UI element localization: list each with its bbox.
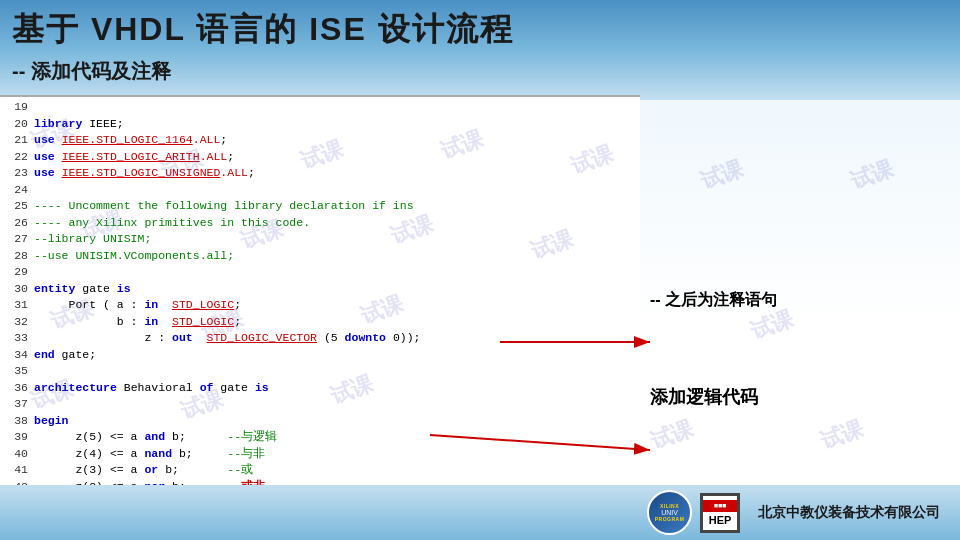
logic-annotation: 添加逻辑代码 (650, 385, 758, 409)
line-number: 20 (0, 116, 28, 133)
line-number: 28 (0, 248, 28, 265)
line-content: architecture Behavioral of gate is (34, 380, 640, 397)
code-line-32: 32 b : in STD_LOGIC; (0, 314, 640, 331)
line-number: 34 (0, 347, 28, 364)
line-content: end gate; (34, 347, 640, 364)
line-number: 32 (0, 314, 28, 331)
code-line-35: 35 (0, 363, 640, 380)
line-content: entity gate is (34, 281, 640, 298)
hep-top-text: ■■■ (714, 502, 727, 509)
line-content (34, 264, 640, 281)
line-content: --use UNISIM.VComponents.all; (34, 248, 640, 265)
line-content: ---- any Xilinx primitives in this code. (34, 215, 640, 232)
line-number: 23 (0, 165, 28, 182)
line-number: 25 (0, 198, 28, 215)
code-line-30: 30entity gate is (0, 281, 640, 298)
line-number: 38 (0, 413, 28, 430)
line-content (34, 363, 640, 380)
comment-annotation: -- 之后为注释语句 (650, 290, 777, 311)
sub-title: -- 添加代码及注释 (12, 58, 171, 85)
company-name: 北京中教仪装备技术有限公司 (758, 504, 940, 522)
line-content: Port ( a : in STD_LOGIC; (34, 297, 640, 314)
code-line-36: 36architecture Behavioral of gate is (0, 380, 640, 397)
logo-area: XILINX UNIV PROGRAM ■■■ HEP 北京中教仪装备技术有限公… (647, 490, 940, 535)
code-line-27: 27--library UNISIM; (0, 231, 640, 248)
university-logo: XILINX UNIV PROGRAM (647, 490, 692, 535)
slide: 基于 VHDL 语言的 ISE 设计流程 -- 添加代码及注释 19 20lib… (0, 0, 960, 540)
code-line-33: 33 z : out STD_LOGIC_VECTOR (5 downto 0)… (0, 330, 640, 347)
line-content (34, 99, 640, 116)
footer: XILINX UNIV PROGRAM ■■■ HEP 北京中教仪装备技术有限公… (0, 485, 960, 540)
line-content: --library UNISIM; (34, 231, 640, 248)
line-content: library IEEE; (34, 116, 640, 133)
line-number: 41 (0, 462, 28, 479)
code-line-31: 31 Port ( a : in STD_LOGIC; (0, 297, 640, 314)
line-content: z(5) <= a and b; --与逻辑 (34, 429, 640, 446)
line-number: 31 (0, 297, 28, 314)
code-line-39: 39 z(5) <= a and b; --与逻辑 (0, 429, 640, 446)
line-number: 21 (0, 132, 28, 149)
code-line-23: 23use IEEE.STD_LOGIC_UNSIGNED.ALL; (0, 165, 640, 182)
hep-label: HEP (709, 514, 732, 526)
annotation-area: -- 之后为注释语句 添加逻辑代码 (640, 95, 960, 485)
code-line-34: 34end gate; (0, 347, 640, 364)
code-line-26: 26---- any Xilinx primitives in this cod… (0, 215, 640, 232)
line-number: 19 (0, 99, 28, 116)
line-content: z : out STD_LOGIC_VECTOR (5 downto 0)); (34, 330, 640, 347)
line-number: 22 (0, 149, 28, 166)
code-line-41: 41 z(3) <= a or b; --或 (0, 462, 640, 479)
hep-top-bar: ■■■ (703, 500, 737, 512)
code-line-28: 28--use UNISIM.VComponents.all; (0, 248, 640, 265)
line-content: begin (34, 413, 640, 430)
line-number: 33 (0, 330, 28, 347)
line-number: 26 (0, 215, 28, 232)
code-line-38: 38begin (0, 413, 640, 430)
logo-text-bottom: UNIV (661, 509, 678, 516)
line-content: z(3) <= a or b; --或 (34, 462, 640, 479)
line-content: z(4) <= a nand b; --与非 (34, 446, 640, 463)
line-content: use IEEE.STD_LOGIC_ARITH.ALL; (34, 149, 640, 166)
line-number: 36 (0, 380, 28, 397)
code-line-19: 19 (0, 99, 640, 116)
line-content (34, 182, 640, 199)
line-content: b : in STD_LOGIC; (34, 314, 640, 331)
line-content: use IEEE.STD_LOGIC_UNSIGNED.ALL; (34, 165, 640, 182)
line-number: 40 (0, 446, 28, 463)
line-content (34, 396, 640, 413)
line-content: ---- Uncomment the following library dec… (34, 198, 640, 215)
code-line-22: 22use IEEE.STD_LOGIC_ARITH.ALL; (0, 149, 640, 166)
logo-text-prog: PROGRAM (655, 516, 685, 522)
line-number: 39 (0, 429, 28, 446)
line-number: 27 (0, 231, 28, 248)
code-line-20: 20library IEEE; (0, 116, 640, 133)
main-title: 基于 VHDL 语言的 ISE 设计流程 (12, 8, 514, 52)
code-line-24: 24 (0, 182, 640, 199)
code-line-40: 40 z(4) <= a nand b; --与非 (0, 446, 640, 463)
line-content: use IEEE.STD_LOGIC_1164.ALL; (34, 132, 640, 149)
code-line-21: 21use IEEE.STD_LOGIC_1164.ALL; (0, 132, 640, 149)
line-number: 30 (0, 281, 28, 298)
line-number: 35 (0, 363, 28, 380)
code-line-29: 29 (0, 264, 640, 281)
code-line-25: 25---- Uncomment the following library d… (0, 198, 640, 215)
code-line-37: 37 (0, 396, 640, 413)
hep-logo: ■■■ HEP (700, 493, 740, 533)
line-number: 24 (0, 182, 28, 199)
line-number: 29 (0, 264, 28, 281)
line-number: 37 (0, 396, 28, 413)
code-area: 19 20library IEEE;21use IEEE.STD_LOGIC_1… (0, 95, 640, 485)
